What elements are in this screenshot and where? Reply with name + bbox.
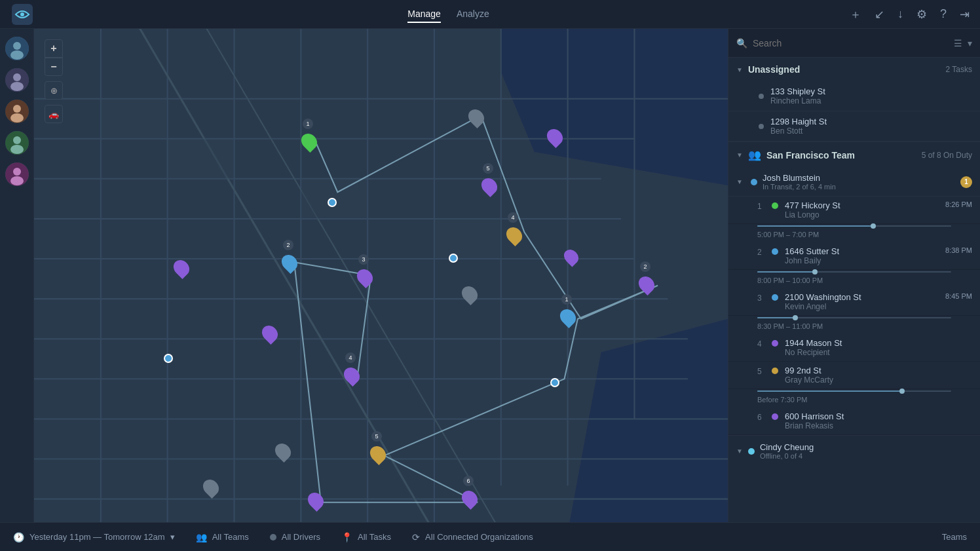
svg-point-1 <box>20 12 24 16</box>
teams-tab-label: Teams <box>942 532 967 542</box>
unassigned-task-1[interactable]: 133 Shipley St Rinchen Lama <box>728 81 980 111</box>
map-marker-6[interactable] <box>469 109 483 126</box>
subtask-6[interactable]: 6 600 Harrison St Brian Rekasis <box>728 408 980 435</box>
user-icon[interactable]: ⇥ <box>960 7 970 22</box>
progress-dot-5 <box>899 389 905 394</box>
search-input[interactable] <box>753 38 949 48</box>
avatar-4[interactable] <box>5 131 29 155</box>
subtask-1[interactable]: 1 477 Hickory St Lia Longo 8:26 PM <box>728 197 980 224</box>
driver-name-josh: Josh Blumstein <box>763 173 955 183</box>
map-marker-1[interactable]: 1 <box>302 133 316 150</box>
avatar-5[interactable] <box>5 162 29 186</box>
map-marker-15[interactable]: 5 <box>371 446 385 463</box>
map-marker-16[interactable]: 6 <box>462 490 477 507</box>
svg-point-6 <box>13 73 21 81</box>
map-marker-3[interactable]: 3 <box>358 269 372 286</box>
tab-manage[interactable]: Manage <box>407 6 441 23</box>
team-icon: 👥 <box>748 149 761 161</box>
map-marker-4[interactable]: 4 <box>345 367 359 384</box>
cindy-section[interactable]: ▼ Cindy Cheung Offline, 0 of 4 <box>728 435 980 466</box>
time-filter[interactable]: 🕐 Yesterday 11pm — Tomorrow 12am ▾ <box>13 532 175 542</box>
add-icon[interactable]: ＋ <box>850 7 861 22</box>
map-marker-11[interactable]: 1 <box>561 309 575 326</box>
car-icon[interactable]: 🚗 <box>45 105 63 123</box>
map-extra-controls: ⊕ 🚗 <box>45 81 63 123</box>
orgs-icon: ⟳ <box>412 532 420 542</box>
tasks-label: All Tasks <box>358 532 391 542</box>
map-marker-2[interactable]: 2 <box>282 254 297 271</box>
drivers-filter[interactable]: All Drivers <box>270 532 320 542</box>
drivers-dot <box>270 534 276 541</box>
orgs-label: All Connected Organizations <box>425 532 533 542</box>
progress-fill-2 <box>757 271 816 273</box>
subtask-2[interactable]: 2 1646 Sutter St John Baily 8:38 PM <box>728 242 980 270</box>
download-icon[interactable]: ↓ <box>897 7 903 21</box>
map-marker-14[interactable] <box>263 325 277 342</box>
right-panel: 🔍 ☰ ▾ ▼ Unassigned 2 Tasks 133 Shipley S… <box>728 29 980 522</box>
subtask-4[interactable]: 4 1944 Mason St No Recipient <box>728 334 980 362</box>
svg-rect-43 <box>168 140 234 178</box>
subtask-address-3: 2100 Washington St <box>785 292 939 302</box>
task-info-1: 133 Shipley St Rinchen Lama <box>770 86 972 105</box>
subtask-address-4: 1944 Mason St <box>785 338 966 348</box>
driver-dot-1 <box>328 198 337 207</box>
map-marker-9[interactable] <box>565 249 578 265</box>
subtask-num-4: 4 <box>757 339 765 349</box>
map-marker-18[interactable] <box>276 443 290 460</box>
driver-row-josh[interactable]: ▼ Josh Blumstein In Transit, 2 of 6, 4 m… <box>728 168 980 197</box>
teams-filter[interactable]: 👥 All Teams <box>196 532 249 542</box>
svg-rect-45 <box>435 219 500 258</box>
subtask-person-5: Gray McCarty <box>785 375 972 385</box>
subtask-time-1: 8:26 PM <box>945 200 972 208</box>
team-status: 5 of 8 On Duty <box>922 151 972 160</box>
locate-icon[interactable]: ⊕ <box>45 81 63 100</box>
subtask-3[interactable]: 3 2100 Washington St Kevin Angel 8:45 PM <box>728 288 980 316</box>
tasks-filter[interactable]: 📍 All Tasks <box>341 532 391 542</box>
svg-point-4 <box>10 50 24 60</box>
progress-fill-3 <box>757 317 796 318</box>
cindy-dot <box>748 448 755 455</box>
map-marker-17[interactable] <box>309 492 323 509</box>
svg-point-9 <box>13 105 21 113</box>
map-controls: + − <box>45 39 63 76</box>
subtask-info-2: 1646 Sutter St John Baily <box>785 246 939 265</box>
avatar-1[interactable] <box>5 37 29 60</box>
app-logo[interactable] <box>10 3 34 26</box>
help-icon[interactable]: ? <box>940 7 947 21</box>
map-marker-10[interactable]: 4 <box>507 227 521 244</box>
avatar-3[interactable] <box>5 100 29 123</box>
map-marker-5[interactable] <box>548 128 562 145</box>
cindy-name: Cindy Cheung <box>760 442 972 452</box>
avatar-2[interactable] <box>5 68 29 92</box>
map-marker-19[interactable] <box>204 479 218 496</box>
driver-dot-josh <box>751 179 757 185</box>
task-pin-gray <box>759 94 764 99</box>
progress-dot-1 <box>871 223 876 229</box>
signin-icon[interactable]: ↙ <box>875 7 884 22</box>
map-marker-12[interactable]: 2 <box>639 276 654 293</box>
driver-chevron-josh: ▼ <box>736 178 743 185</box>
unassigned-task-2[interactable]: 1298 Haight St Ben Stott <box>728 111 980 142</box>
svg-point-12 <box>13 136 21 144</box>
subtask-person-2: John Baily <box>785 256 939 265</box>
zoom-in-button[interactable]: + <box>45 39 63 58</box>
map-marker-7[interactable] <box>462 286 477 303</box>
tab-analyze[interactable]: Analyze <box>457 6 489 23</box>
map-marker-8[interactable]: 5 <box>482 178 497 195</box>
task-person-1: Rinchen Lama <box>770 96 972 105</box>
expand-icon[interactable]: ▾ <box>968 38 972 48</box>
progress-fill-5 <box>757 390 903 392</box>
subtask-num-1: 1 <box>757 202 765 211</box>
unassigned-section[interactable]: ▼ Unassigned 2 Tasks <box>728 58 980 81</box>
settings-icon[interactable]: ⚙ <box>916 7 927 22</box>
time-chevron: ▾ <box>170 532 175 542</box>
subtask-5[interactable]: 5 99 2nd St Gray McCarty <box>728 362 980 389</box>
svg-point-7 <box>10 82 24 91</box>
orgs-filter[interactable]: ⟳ All Connected Organizations <box>412 532 533 542</box>
map-marker-13[interactable] <box>174 259 189 276</box>
teams-tab[interactable]: Teams <box>942 532 967 542</box>
team-header[interactable]: ▼ 👥 San Francisco Team 5 of 8 On Duty <box>728 142 980 168</box>
svg-point-10 <box>10 113 24 123</box>
zoom-out-button[interactable]: − <box>45 58 63 76</box>
list-view-icon[interactable]: ☰ <box>954 38 962 48</box>
